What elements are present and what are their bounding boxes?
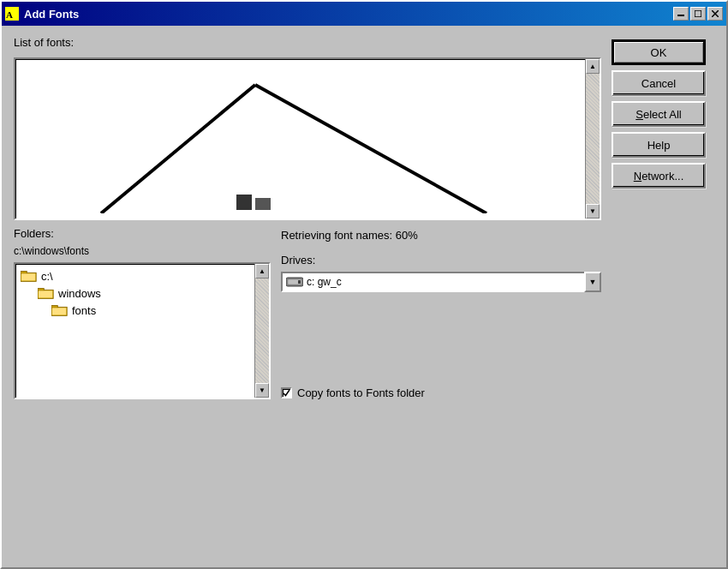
copy-fonts-label: Copy fonts to Fonts folder xyxy=(297,386,425,399)
network-label: Network... xyxy=(634,170,684,183)
svg-rect-14 xyxy=(21,272,27,274)
copy-fonts-row[interactable]: Copy fonts to Fonts folder xyxy=(281,386,601,399)
tree-scroll-up[interactable]: ▲ xyxy=(255,264,269,279)
right-panel: OK Cancel Select All Help Network... xyxy=(612,36,714,557)
folder-open-icon-fonts xyxy=(51,303,69,317)
scroll-up-button[interactable]: ▲ xyxy=(586,59,600,74)
folders-label: Folders: xyxy=(14,227,271,240)
network-button[interactable]: Network... xyxy=(612,163,706,189)
drives-current-value: c: gw_c xyxy=(307,276,342,288)
maximize-button[interactable] xyxy=(690,7,706,21)
svg-rect-15 xyxy=(21,273,35,280)
svg-rect-18 xyxy=(39,290,52,297)
help-button[interactable]: Help xyxy=(612,132,706,158)
svg-rect-12 xyxy=(255,198,271,210)
svg-rect-24 xyxy=(298,280,301,284)
svg-line-10 xyxy=(255,85,486,213)
tree-item-fonts[interactable]: fonts xyxy=(21,302,264,319)
font-list-content xyxy=(15,59,600,219)
bottom-section: Folders: c:\windows\fonts xyxy=(14,227,601,399)
tree-item-root[interactable]: c:\ xyxy=(21,267,264,284)
close-button[interactable] xyxy=(707,7,723,21)
drives-label: Drives: xyxy=(281,254,601,267)
svg-rect-21 xyxy=(52,308,66,314)
tree-content: c:\ xyxy=(15,264,269,322)
tree-scroll-track xyxy=(255,279,269,383)
folder-path: c:\windows\fonts xyxy=(14,245,271,257)
scroll-down-button[interactable]: ▼ xyxy=(586,204,600,219)
cancel-button[interactable]: Cancel xyxy=(612,70,706,96)
font-list-scrollbar[interactable]: ▲ ▼ xyxy=(585,59,600,219)
tree-scroll-down[interactable]: ▼ xyxy=(255,383,269,398)
copy-fonts-checkbox[interactable] xyxy=(281,387,292,398)
title-buttons xyxy=(673,7,723,21)
drives-select-display[interactable]: c: gw_c xyxy=(281,272,584,292)
tree-label-fonts: fonts xyxy=(72,304,96,317)
select-all-button[interactable]: Select All xyxy=(612,101,706,127)
svg-rect-6 xyxy=(695,10,701,17)
tree-scrollbar[interactable]: ▲ ▼ xyxy=(254,264,269,398)
left-panel: List of fonts: ▲ xyxy=(14,36,601,557)
svg-rect-5 xyxy=(677,15,684,16)
svg-line-9 xyxy=(101,85,255,213)
folder-tree[interactable]: c:\ xyxy=(14,262,271,399)
scroll-track xyxy=(586,74,600,204)
svg-text:A: A xyxy=(6,9,13,20)
svg-rect-20 xyxy=(51,306,57,308)
folder-section: Folders: c:\windows\fonts xyxy=(14,227,271,399)
list-of-fonts-label: List of fonts: xyxy=(14,36,601,49)
minimize-button[interactable] xyxy=(673,7,689,21)
svg-rect-3 xyxy=(12,14,19,21)
tree-item-windows[interactable]: windows xyxy=(21,284,264,302)
font-list-box[interactable]: ▲ ▼ xyxy=(14,57,601,220)
tree-label-windows: windows xyxy=(58,287,101,300)
dialog-body: List of fonts: ▲ xyxy=(2,26,726,567)
drives-dropdown-button[interactable]: ▼ xyxy=(584,272,601,292)
status-text: Retrieving font names: 60% xyxy=(281,229,601,242)
select-all-label: Select All xyxy=(636,108,681,121)
drives-dropdown[interactable]: c: gw_c ▼ xyxy=(281,272,601,292)
svg-rect-17 xyxy=(38,289,44,291)
svg-rect-1 xyxy=(12,7,19,14)
ok-button[interactable]: OK xyxy=(612,39,706,65)
drive-section: Retrieving font names: 60% Drives: c: gw… xyxy=(281,227,601,399)
add-fonts-dialog: A Add Fonts List of fonts: xyxy=(0,0,728,569)
svg-rect-11 xyxy=(236,195,252,210)
tree-label-root: c:\ xyxy=(41,270,53,283)
dialog-title: Add Fonts xyxy=(24,8,673,21)
dialog-icon: A xyxy=(5,7,19,21)
title-bar: A Add Fonts xyxy=(2,2,726,26)
folder-closed-icon-windows xyxy=(38,286,55,300)
folder-open-icon xyxy=(21,269,38,283)
